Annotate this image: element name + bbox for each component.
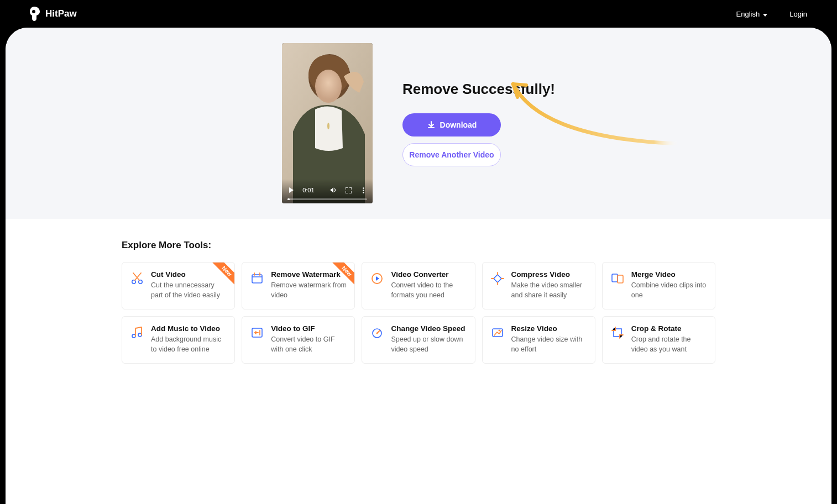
tool-title: Merge Video xyxy=(631,270,707,279)
tool-card[interactable]: Cut VideoCut the unnecessary part of the… xyxy=(122,262,235,309)
tool-icon xyxy=(250,326,264,340)
tools-section: Explore More Tools: Cut VideoCut the unn… xyxy=(6,219,831,364)
svg-point-4 xyxy=(363,187,364,189)
tool-desc: Cut the unnecessary part of the video ea… xyxy=(151,281,227,300)
fullscreen-icon[interactable] xyxy=(345,186,352,194)
header: HitPaw English Login xyxy=(0,0,837,28)
remove-another-button[interactable]: Remove Another Video xyxy=(402,143,501,166)
video-time: 0:01 xyxy=(302,187,314,193)
tool-desc: Remove watermark from video xyxy=(271,281,347,300)
svg-point-2 xyxy=(315,70,342,103)
tool-title: Change Video Speed xyxy=(391,324,467,333)
svg-point-18 xyxy=(376,333,378,334)
tool-card[interactable]: Crop & RotateCrop and rotate the video a… xyxy=(602,316,715,364)
volume-icon[interactable] xyxy=(330,186,337,194)
page: 0:01 Remov xyxy=(6,28,831,504)
tool-icon xyxy=(610,271,625,286)
tool-desc: Combine video clips into one xyxy=(631,281,707,300)
tools-heading: Explore More Tools: xyxy=(122,240,715,251)
svg-rect-9 xyxy=(252,275,262,283)
language-selector[interactable]: English xyxy=(736,10,768,18)
svg-point-5 xyxy=(363,190,364,191)
tool-title: Video Converter xyxy=(391,270,467,279)
svg-point-20 xyxy=(498,330,500,332)
tool-title: Remove Watermark xyxy=(271,270,347,279)
tool-icon xyxy=(490,271,505,286)
svg-rect-13 xyxy=(618,275,623,283)
tool-card[interactable]: Add Music to VideoAdd background music t… xyxy=(122,316,235,364)
tool-desc: Speed up or slow down video speed xyxy=(391,335,467,354)
tool-icon xyxy=(250,271,264,286)
tool-card[interactable]: Video ConverterConvert video to the form… xyxy=(362,262,475,309)
download-icon xyxy=(427,120,436,129)
tool-title: Cut Video xyxy=(151,270,227,279)
login-link[interactable]: Login xyxy=(789,10,807,18)
svg-rect-11 xyxy=(494,275,501,282)
tool-card[interactable]: Merge VideoCombine video clips into one xyxy=(602,262,715,309)
hero-section: 0:01 Remov xyxy=(6,28,831,219)
tool-desc: Change video size with no effort xyxy=(511,335,587,354)
brand-logo-icon xyxy=(30,7,41,21)
hero-title: Remove Successfully! xyxy=(402,81,555,98)
brand[interactable]: HitPaw xyxy=(30,7,77,21)
tool-card[interactable]: Change Video SpeedSpeed up or slow down … xyxy=(362,316,475,364)
download-button[interactable]: Download xyxy=(402,113,501,136)
more-icon[interactable] xyxy=(360,186,367,194)
brand-name: HitPaw xyxy=(45,8,77,19)
tool-icon xyxy=(370,326,384,340)
tool-desc: Add background music to video free onlin… xyxy=(151,335,227,354)
tool-card[interactable]: Remove WatermarkRemove watermark from vi… xyxy=(242,262,355,309)
chevron-down-icon xyxy=(763,10,767,18)
tool-title: Add Music to Video xyxy=(151,324,227,333)
tool-title: Crop & Rotate xyxy=(631,324,707,333)
tool-icon xyxy=(130,326,144,340)
tool-title: Compress Video xyxy=(511,270,587,279)
language-label: English xyxy=(736,10,760,18)
tool-desc: Convert video to the formats you need xyxy=(391,281,467,300)
tool-icon xyxy=(370,271,384,286)
tool-desc: Convert video to GIF with one click xyxy=(271,335,347,354)
play-icon[interactable] xyxy=(287,186,295,194)
svg-point-3 xyxy=(327,123,329,129)
tool-title: Resize Video xyxy=(511,324,587,333)
tool-icon xyxy=(610,326,625,340)
svg-rect-12 xyxy=(612,274,618,282)
tool-icon xyxy=(130,271,144,286)
tool-desc: Make the video smaller and share it easi… xyxy=(511,281,587,300)
tool-desc: Crop and rotate the video as you want xyxy=(631,335,707,354)
video-preview[interactable]: 0:01 xyxy=(282,43,373,203)
tool-icon xyxy=(490,326,505,340)
video-progress[interactable] xyxy=(287,198,367,200)
tool-card[interactable]: Compress VideoMake the video smaller and… xyxy=(482,262,595,309)
tool-title: Video to GIF xyxy=(271,324,347,333)
tool-card[interactable]: Resize VideoChange video size with no ef… xyxy=(482,316,595,364)
tool-card[interactable]: Video to GIFConvert video to GIF with on… xyxy=(242,316,355,364)
video-controls: 0:01 xyxy=(282,179,373,203)
svg-point-6 xyxy=(363,192,364,193)
